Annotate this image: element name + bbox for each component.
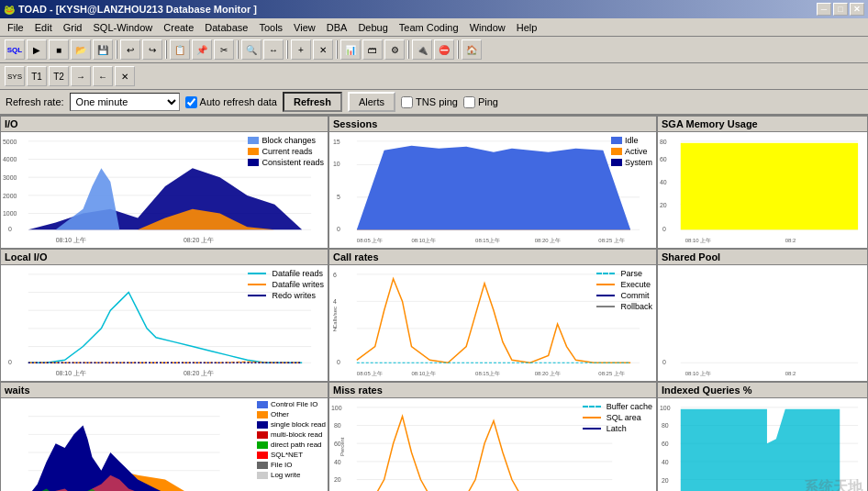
sga-chart: 80 60 40 20 0 08:10 上午 08:2 [658,132,867,245]
back-btn[interactable]: ← [93,66,113,86]
call-rates-legend: Parse Execute Commit Rollback [596,269,652,313]
menu-team-coding[interactable]: Team Coding [394,20,464,35]
x-btn[interactable]: ✕ [115,66,135,86]
svg-text:08:10上午: 08:10上午 [411,238,436,243]
menu-database[interactable]: Database [199,20,253,35]
indexed-queries-chart: 100 80 60 40 20 0 08:10 上午 08:2 系统天地 [658,398,867,491]
svg-text:0: 0 [337,226,340,232]
menu-grid[interactable]: Grid [58,20,88,35]
waits-panel: waits 08:10 上午 08:20 上午 [0,382,328,491]
stop-btn[interactable]: ■ [49,39,69,60]
svg-text:08:10上午: 08:10上午 [411,371,436,376]
sql-btn[interactable]: SQL [5,39,25,60]
svg-text:5: 5 [337,194,340,200]
close-win-btn[interactable]: ✕ [313,39,333,60]
call-rates-title: Call rates [329,250,656,265]
monitor-btn[interactable]: 📊 [340,39,361,60]
io-title: I/O [1,117,328,132]
waits-title: waits [1,383,328,398]
svg-text:10: 10 [333,161,340,167]
menu-create[interactable]: Create [158,20,199,35]
find-btn[interactable]: 🔍 [241,39,262,60]
connect-btn[interactable]: 🔌 [412,39,432,60]
svg-text:100: 100 [331,405,342,411]
disconnect-btn[interactable]: ⛔ [434,39,454,60]
svg-text:60: 60 [662,441,669,447]
ping-check[interactable] [463,96,475,108]
undo-btn[interactable]: ↩ [120,39,140,60]
t2-btn[interactable]: T2 [49,66,69,86]
menu-bar: File Edit Grid SQL-Window Create Databas… [0,18,868,37]
indexed-queries-panel: Indexed Queries % 100 80 60 40 20 0 08:1… [657,382,868,491]
main-content: I/O 5000 4000 3000 2000 1000 0 [0,116,868,491]
svg-text:08:10 上午: 08:10 上午 [685,238,712,243]
svg-text:08:2: 08:2 [785,238,796,243]
close-btn[interactable]: ✕ [850,3,864,16]
arrow-btn[interactable]: → [71,66,91,86]
svg-text:0: 0 [337,359,340,365]
menu-view[interactable]: View [288,20,321,35]
svg-text:40: 40 [334,459,341,465]
svg-text:0: 0 [662,359,666,365]
menu-tools[interactable]: Tools [253,20,288,35]
shared-pool-chart: 0 08:10 上午 08:2 [658,265,867,378]
title-bar: 🐸 TOAD - [KYSH@LANZHOU213 Database Monit… [0,0,868,18]
menu-file[interactable]: File [2,20,29,35]
replace-btn[interactable]: ↔ [263,39,284,60]
config-btn[interactable]: ⚙ [384,39,405,60]
sep4 [286,40,288,59]
svg-text:08:20 上午: 08:20 上午 [535,371,562,376]
maximize-btn[interactable]: □ [833,3,848,16]
refresh-button[interactable]: Refresh [283,92,342,112]
indexed-queries-title: Indexed Queries % [658,383,867,398]
local-io-legend: Datafile reads Datafile writes Redo writ… [248,269,324,302]
svg-text:08:15上午: 08:15上午 [475,238,500,243]
sep5 [336,40,338,59]
sessions-legend: Idle Active System [611,136,652,169]
paste-btn[interactable]: 📌 [192,39,212,60]
ping-label[interactable]: Ping [463,96,498,108]
menu-debug[interactable]: Debug [352,20,393,35]
io-chart: 5000 4000 3000 2000 1000 0 08:10 上午 08:2… [1,132,328,245]
tns-ping-check[interactable] [401,96,413,108]
sga-panel: SGA Memory Usage 80 60 40 20 0 08:10 上午 … [657,116,868,249]
svg-text:0: 0 [662,226,666,232]
schema-btn[interactable]: SYS [5,66,25,86]
new-btn[interactable]: + [291,39,311,60]
tns-ping-label[interactable]: TNS ping [401,96,458,108]
svg-text:08:05 上午: 08:05 上午 [357,371,384,376]
svg-text:08:25 上午: 08:25 上午 [598,371,625,376]
auto-refresh-label[interactable]: Auto refresh data [185,96,277,108]
svg-text:4: 4 [333,298,337,305]
minimize-btn[interactable]: ─ [817,3,831,16]
menu-help[interactable]: Help [511,20,543,35]
sep3 [237,40,239,59]
local-io-title: Local I/O [1,250,328,265]
miss-rates-panel: Miss rates 100 80 60 40 20 0 Percent [328,382,657,491]
home-btn[interactable]: 🏠 [462,39,482,60]
alerts-button[interactable]: Alerts [348,92,395,112]
svg-text:1000: 1000 [3,211,17,218]
svg-text:80: 80 [662,422,669,429]
copy-btn[interactable]: 📋 [170,39,190,60]
auto-refresh-check[interactable] [185,96,197,108]
redo-btn[interactable]: ↪ [142,39,162,60]
svg-text:20: 20 [662,477,669,484]
shared-pool-title: Shared Pool [658,250,867,265]
window-controls[interactable]: ─ □ ✕ [817,3,864,16]
open-btn[interactable]: 📂 [71,39,91,60]
menu-edit[interactable]: Edit [29,20,58,35]
save-btn[interactable]: 💾 [93,39,113,60]
menu-dba[interactable]: DBA [321,20,353,35]
t1-btn[interactable]: T1 [27,66,47,86]
cut-btn[interactable]: ✂ [214,39,234,60]
svg-text:15: 15 [333,139,340,145]
menu-window[interactable]: Window [464,20,511,35]
toolbar-1: SQL ▶ ■ 📂 💾 ↩ ↪ 📋 📌 ✂ 🔍 ↔ + ✕ 📊 🗃 ⚙ 🔌 ⛔ … [0,37,868,63]
rate-select[interactable]: One minute 30 seconds 5 minutes [70,93,180,111]
menu-sql-window[interactable]: SQL-Window [87,20,158,35]
db-btn[interactable]: 🗃 [362,39,383,60]
svg-text:20: 20 [660,202,667,208]
sep7 [457,40,459,59]
run-btn[interactable]: ▶ [27,39,47,60]
